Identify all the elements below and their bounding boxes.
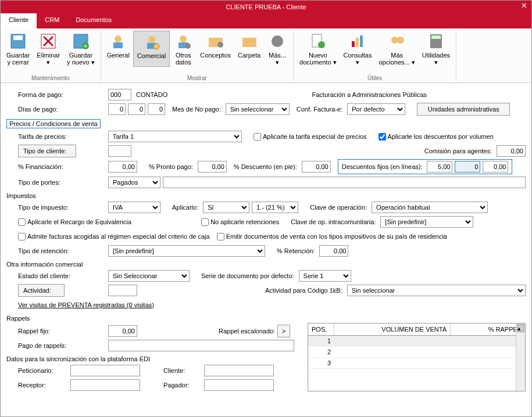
ribbon: Guardar y cerrar Eliminar ▾ +Guardar y n…	[1, 28, 531, 83]
col-volumen[interactable]: VOLUMEN DE VENTA	[334, 323, 451, 335]
tipo-portes-select[interactable]: Pagados	[108, 177, 160, 188]
tipo-impuesto-label: Tipo de impuesto:	[18, 204, 108, 211]
peticionario-input[interactable]	[70, 365, 140, 376]
iva-select[interactable]: 1.- (21 %)	[252, 202, 298, 213]
aplicarlo-select[interactable]: Sí	[203, 202, 249, 213]
pronto-pago-label: % Pronto pago:	[149, 163, 193, 170]
act-1kb-select[interactable]: Sin seleccionar	[347, 285, 526, 296]
clave-op-select[interactable]: Operación habitual	[372, 202, 488, 213]
financiacion-label: % Financiación:	[18, 163, 108, 170]
tipo-impuesto-select[interactable]: IVA	[108, 202, 160, 213]
col-pos[interactable]: POS.	[308, 323, 334, 335]
desc-fijos-1[interactable]	[427, 161, 452, 172]
cliente-input[interactable]	[204, 365, 274, 376]
rappel-esc-label: Rappel escalonado:	[219, 328, 275, 335]
clave-intra-select[interactable]: [Sin predefinir]	[380, 216, 473, 228]
conf-fact-label: Conf. Factura-e:	[297, 106, 342, 113]
person-icon	[109, 32, 127, 51]
fact-admin-label: Facturación a Administraciones Públicas	[312, 91, 427, 98]
visitas-link[interactable]: Ver visitas de PREVENTA registradas (0 v…	[18, 301, 154, 308]
recargo-check[interactable]	[18, 218, 26, 226]
desc-pie-label: % Descuento (en pie):	[234, 163, 297, 170]
group-mostrar: Mostrar	[187, 74, 207, 82]
save-new-button[interactable]: +Guardar y nuevo ▾	[63, 31, 98, 67]
rappel-esc-button[interactable]: >	[277, 325, 290, 337]
svg-point-19	[272, 35, 283, 47]
tipo-cliente-input[interactable]	[108, 145, 131, 157]
tab-cliente[interactable]: Cliente	[1, 13, 37, 28]
receptor-input[interactable]	[70, 379, 140, 391]
comercial-button[interactable]: Comercial	[133, 31, 170, 67]
dias-pago-label: Días de pago:	[18, 106, 108, 113]
dias-pago-2[interactable]	[128, 103, 145, 115]
desc-volumen-check[interactable]	[379, 133, 386, 141]
emitir-doc-check[interactable]	[217, 233, 224, 240]
carpeta-button[interactable]: Carpeta	[234, 31, 264, 67]
svg-text:+: +	[84, 42, 87, 49]
col-rappel[interactable]: % RAPPEL	[451, 323, 525, 335]
comision-label: Comisión para agentes:	[424, 148, 492, 154]
pagador-input[interactable]	[204, 379, 274, 391]
serie-select[interactable]: Serie 1	[299, 270, 351, 282]
rappel-fijo-input[interactable]	[108, 325, 137, 337]
conf-fact-select[interactable]: Por defecto	[347, 103, 405, 115]
mas-button[interactable]: Más... ▾	[264, 31, 291, 67]
pronto-pago-input[interactable]	[198, 161, 227, 172]
main-tabs: Cliente CRM Documentos	[1, 13, 531, 28]
tarifa-select[interactable]: Tarifa 1	[108, 131, 242, 142]
save-close-button[interactable]: Guardar y cerrar	[3, 31, 33, 67]
delete-button[interactable]: Eliminar ▾	[33, 31, 63, 67]
desc-fijos-2[interactable]	[455, 161, 480, 172]
scrollbar[interactable]: ▴	[516, 323, 525, 391]
person-money-icon	[142, 33, 161, 51]
forma-pago-input[interactable]	[108, 89, 131, 100]
comision-input[interactable]	[497, 145, 526, 157]
financiacion-input[interactable]	[108, 161, 137, 172]
dias-pago-1[interactable]	[108, 103, 126, 115]
diskette-plus-icon: +	[72, 32, 90, 51]
dias-pago-3[interactable]	[148, 103, 165, 115]
general-button[interactable]: General	[103, 31, 133, 67]
table-row[interactable]: 2	[308, 347, 525, 358]
tipo-portes-text[interactable]	[163, 177, 526, 188]
desc-fijos-label: Descuentos fijos (en líneas):	[342, 163, 423, 170]
table-row[interactable]: 1	[308, 336, 525, 347]
act-1kb-label: Actividad para Código 1kB:	[265, 287, 342, 294]
tarifa-especial-check[interactable]	[253, 133, 261, 141]
tipo-retencion-select[interactable]: [Sin predefinir]	[108, 245, 265, 257]
pagador-label: Pagador:	[163, 382, 204, 389]
unidades-admin-button[interactable]: Unidades administrativas	[417, 103, 510, 116]
svg-rect-28	[431, 35, 441, 39]
consultas-button[interactable]: Consultas ▾	[340, 31, 376, 67]
tipo-cliente-button[interactable]: Tipo de cliente:	[18, 145, 76, 157]
document-plus-icon	[309, 32, 327, 51]
pct-retencion-label: % Retención:	[277, 247, 315, 254]
delete-icon	[39, 32, 58, 51]
calculator-icon	[427, 32, 445, 51]
desc-fijos-3[interactable]	[483, 161, 508, 172]
desc-pie-input[interactable]	[302, 161, 331, 172]
no-retenciones-check[interactable]	[201, 218, 209, 226]
svg-rect-22	[352, 41, 355, 47]
otros-datos-button[interactable]: Otros datos	[170, 31, 197, 67]
tab-documentos[interactable]: Documentos	[67, 13, 120, 28]
group-utiles: Útiles	[367, 74, 382, 82]
nuevo-doc-button[interactable]: Nuevo documento ▾	[296, 31, 340, 67]
svg-rect-24	[360, 35, 363, 47]
table-row[interactable]: 3	[308, 358, 525, 369]
close-icon[interactable]: ×	[522, 1, 527, 11]
pct-retencion-input[interactable]	[319, 245, 348, 257]
tipo-portes-label: Tipo de portes:	[18, 179, 108, 186]
actividad-button[interactable]: Actividad:	[18, 284, 65, 297]
estado-select[interactable]: Sin Seleccionar	[108, 270, 190, 282]
tarifa-especial-label: Aplicarle la tarifa especial de precios	[263, 133, 367, 140]
pago-rappels-input[interactable]	[108, 340, 294, 351]
tab-crm[interactable]: CRM	[37, 13, 67, 28]
criterio-caja-check[interactable]	[18, 233, 26, 240]
actividad-input[interactable]	[108, 285, 137, 296]
conceptos-button[interactable]: Conceptos	[197, 31, 234, 67]
aplicarlo-label: Aplicarlo:	[172, 204, 198, 211]
utilidades-button[interactable]: Utilidades ▾	[419, 31, 454, 67]
mes-no-pago-select[interactable]: Sin seleccionar	[226, 103, 290, 115]
mas-opciones-button[interactable]: Más opciones... ▾	[375, 31, 418, 67]
